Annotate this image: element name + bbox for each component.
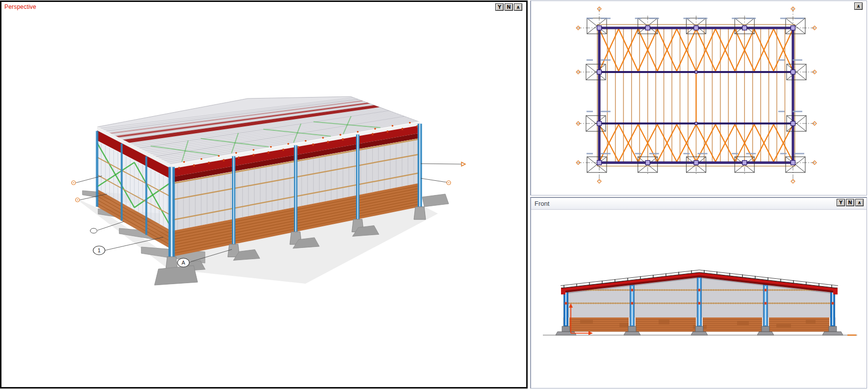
viewport-front[interactable]: Front Y N ∧ [530,197,867,389]
plan-drawing [531,1,866,194]
filter-button[interactable]: Y [837,199,845,206]
front-elevation-drawing [531,209,866,388]
grid-bubble-1: 1 [98,247,101,253]
chevron-up-button[interactable]: ∧ [855,199,864,206]
viewport-front-controls: Y N ∧ [836,199,864,206]
viewport-perspective[interactable]: Perspective Y N ∧ 1 A [0,0,528,389]
viewport-front-title: Front [535,200,549,207]
n-button[interactable]: N [846,199,854,206]
perspective-3d-model: 1 A [1,2,526,387]
viewport-plan[interactable]: ∧ [530,0,867,195]
grid-bubble-A: A [181,260,185,266]
viewport-front-titlebar: Front Y N ∧ [531,198,867,210]
